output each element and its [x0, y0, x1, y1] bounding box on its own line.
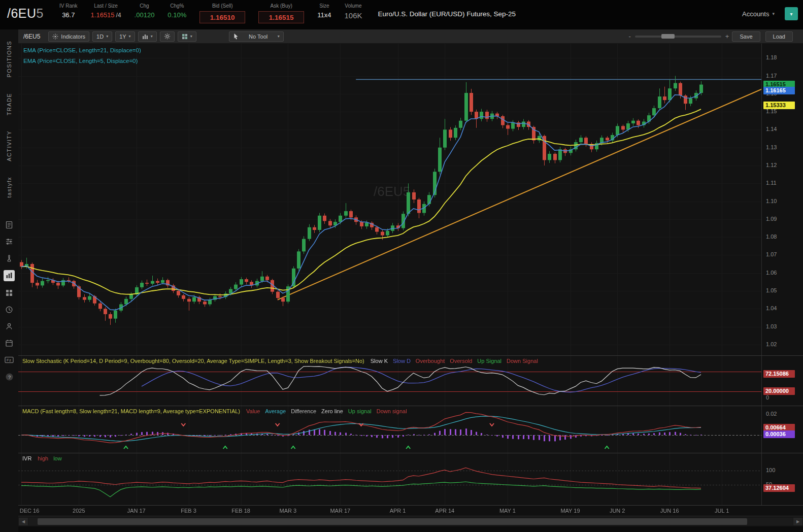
- bar-chart-icon: [142, 34, 148, 40]
- scroll-right-button[interactable]: ▶: [793, 518, 802, 525]
- indicators-label: Indicators: [61, 34, 85, 40]
- x-axis-label: JUN 2: [604, 508, 630, 514]
- zoom-slider[interactable]: [635, 36, 721, 38]
- flask-icon[interactable]: [4, 253, 14, 263]
- timeframe-dropdown[interactable]: 1D▾: [92, 31, 112, 42]
- axis-value-badge: 1.16165: [763, 87, 795, 94]
- cursor-icon: [233, 33, 239, 40]
- chg-field: Chg .00120: [135, 3, 155, 19]
- tool-dropdown[interactable]: No Tool ▾: [229, 31, 284, 42]
- sliders-icon[interactable]: [4, 237, 14, 247]
- apps-icon[interactable]: [4, 288, 14, 298]
- symbol-month-code: 5: [37, 6, 44, 20]
- axis-label: 1.11: [766, 180, 777, 186]
- axis-value-badge: 20.00000: [763, 387, 795, 395]
- range-dropdown[interactable]: 1Y▾: [115, 31, 135, 42]
- sidebar-tab-trade[interactable]: TRADE: [6, 93, 12, 115]
- price-pane: EMA (Price=CLOSE, Length=21, Displace=0)…: [18, 44, 803, 355]
- legend-item: Slow D: [393, 358, 411, 364]
- timeframe-value: 1D: [96, 34, 104, 40]
- scroll-left-button[interactable]: ◀: [19, 518, 28, 525]
- scrollbar-thumb[interactable]: [38, 518, 747, 525]
- price-chart-canvas[interactable]: [18, 44, 761, 355]
- sidebar-tab-activity[interactable]: ACTIVITY: [6, 130, 12, 161]
- bid-button[interactable]: 1.16510: [199, 11, 245, 23]
- scrollbar-track[interactable]: [28, 518, 793, 525]
- account-switcher-button[interactable]: ▾: [785, 7, 798, 20]
- axis-label: 1.08: [766, 234, 777, 240]
- ema-21-label: EMA (Price=CLOSE, Length=21, Displace=0): [23, 47, 141, 53]
- axis-label: 100: [766, 467, 775, 473]
- axis-label: 1.17: [766, 73, 777, 79]
- fx-icon[interactable]: Fz: [4, 355, 14, 365]
- size-field: Size 11x4: [317, 3, 331, 19]
- load-button[interactable]: Load: [765, 31, 793, 42]
- iv-rank-label: IV Rank: [59, 3, 78, 9]
- legend-item: Up Signal: [477, 358, 501, 364]
- range-value: 1Y: [119, 34, 126, 40]
- chart-symbol-input[interactable]: /6EU5: [22, 32, 45, 41]
- save-button[interactable]: Save: [732, 31, 760, 42]
- ask-button[interactable]: 1.16515: [258, 11, 304, 23]
- axis-label: 1.06: [766, 270, 777, 276]
- ivr-title: IVR: [22, 455, 31, 461]
- header: /6EU5 IV Rank 36.7 Last / Size 1.16515/4…: [0, 0, 803, 30]
- x-axis-label: APR 1: [385, 508, 411, 514]
- price-axis[interactable]: 1.181.171.161.151.141.131.121.111.101.09…: [761, 44, 803, 355]
- stochastic-pane: Slow Stochastic (K Period=14, D Period=9…: [18, 355, 803, 406]
- instrument-symbol[interactable]: /6EU5: [7, 6, 44, 21]
- zoom-slider-thumb[interactable]: [661, 34, 675, 39]
- calendar-icon[interactable]: [4, 338, 14, 348]
- bid-field: Bid (Sell) 1.16510: [199, 3, 245, 23]
- ivr-pane: IVRhighlow 1005037.12604: [18, 453, 803, 506]
- grid-layout-icon: [182, 34, 188, 40]
- chg-label: Chg: [140, 3, 149, 9]
- axis-label: 0.02: [766, 411, 777, 417]
- axis-value-badge: 0.00036: [763, 430, 795, 438]
- zoom-out-button[interactable]: -: [629, 32, 631, 40]
- chart-settings-button[interactable]: [160, 31, 175, 42]
- stochastic-axis[interactable]: 72.1508620.000000: [761, 356, 803, 406]
- axis-label: 1.12: [766, 162, 777, 168]
- layout-dropdown[interactable]: ▾: [178, 31, 196, 42]
- accounts-dropdown[interactable]: Accounts▾: [739, 10, 778, 18]
- notes-icon[interactable]: [4, 220, 14, 230]
- people-icon[interactable]: [4, 321, 14, 331]
- chart-icon[interactable]: [4, 270, 15, 281]
- x-axis-label: JUL 1: [709, 508, 735, 514]
- axis-label: 1.02: [766, 341, 777, 347]
- bid-price: 1.16510: [210, 14, 235, 21]
- last-size-field: Last / Size 1.16515/4: [91, 3, 121, 19]
- zoom-in-button[interactable]: +: [725, 32, 729, 40]
- legend-item: Oversold: [450, 358, 472, 364]
- size-label: Size: [319, 3, 329, 9]
- axis-value-badge: 1.15333: [763, 102, 795, 109]
- time-axis[interactable]: DEC 162025JAN 17FEB 3FEB 18MAR 3MAR 17AP…: [18, 505, 803, 516]
- left-sidebar: POSITIONS TRADE ACTIVITY tastyfx: [0, 29, 19, 532]
- x-axis-label: APR 14: [431, 508, 458, 514]
- macd-pane: MACD (Fast length=8, Slow length=21, MAC…: [18, 406, 803, 453]
- last-price: 1.16515: [91, 11, 115, 19]
- ivr-axis[interactable]: 1005037.12604: [761, 453, 803, 506]
- legend-item: Zero line: [321, 408, 343, 414]
- sidebar-tab-positions[interactable]: POSITIONS: [6, 41, 12, 78]
- sidebar-tab-tastyfx[interactable]: tastyfx: [6, 177, 12, 198]
- indicators-button[interactable]: Indicators: [48, 31, 89, 42]
- x-axis-label: MAR 3: [275, 508, 301, 514]
- x-axis-label: MAR 17: [327, 508, 353, 514]
- clock-icon[interactable]: [4, 305, 14, 315]
- macd-axis[interactable]: 0.020.006640.00036: [761, 406, 803, 453]
- ask-field: Ask (Buy) 1.16515: [258, 3, 304, 23]
- svg-text:Fz: Fz: [7, 358, 11, 362]
- help-icon[interactable]: ?: [4, 372, 14, 382]
- x-axis-label: JAN 17: [123, 508, 150, 514]
- chevron-down-icon: ▾: [190, 34, 192, 39]
- legend-item: Up signal: [348, 408, 372, 414]
- legend-item: Value: [246, 408, 260, 414]
- ivr-canvas[interactable]: [18, 453, 761, 506]
- x-axis-label: FEB 3: [176, 508, 202, 514]
- chart-style-dropdown[interactable]: ▾: [138, 31, 157, 42]
- stochastic-title: Slow Stochastic (K Period=14, D Period=9…: [22, 358, 364, 364]
- chevron-down-icon: ▾: [278, 34, 280, 39]
- ivr-legend: highlow: [38, 455, 66, 461]
